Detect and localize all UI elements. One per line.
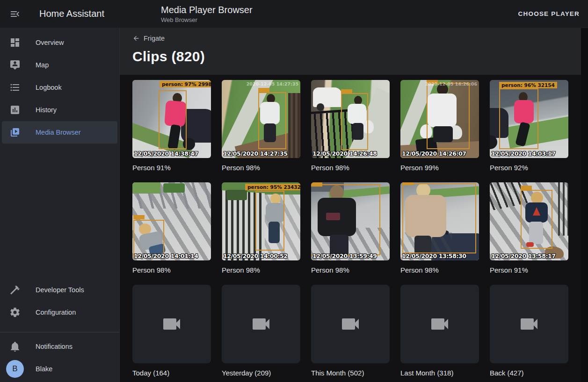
breadcrumb-label: Frigate [144,35,165,42]
clip-thumbnail: 12/05/2020 13:59:49 [311,182,390,260]
video-camera-icon [160,313,183,335]
media-folder-card[interactable]: Today (164) [132,285,211,377]
clip-thumbnail: 12/05/2020 13:58:17 [490,182,568,260]
detection-bounding-box [402,183,476,253]
sidebar-item-media-browser[interactable]: Media Browser [2,121,117,144]
detection-label [521,186,532,190]
clip-thumbnail: 12/05/2020 14:26:48 [311,80,390,158]
scene-prop [558,182,568,236]
clip-caption: Person 98% [311,164,390,172]
folder-thumbnail [311,285,390,363]
sidebar-item-map[interactable]: Map [2,54,117,76]
detection-label [258,88,269,92]
clip-caption: Person 99% [400,164,479,172]
list-bulleted-icon [9,82,21,93]
detection-label: person: 95% 23432 [245,184,300,190]
clip-timestamp-overlay: 12/05/2020 14:00:52 [223,252,288,259]
hammer-icon [9,284,21,296]
clip-thumbnail: person: 95% 23432 12/05/2020 14:00:52 [222,182,300,260]
clip-caption: Person 98% [132,266,211,274]
folder-thumbnail [490,285,568,363]
sidebar-item-profile[interactable]: B Blake [2,358,117,380]
media-folder-card[interactable]: This Month (502) [311,285,390,377]
choose-player-button[interactable]: CHOOSE PLAYER [512,6,586,22]
media-clip-card[interactable]: 12/05/2020 13:59:49 Person 98% [311,182,390,274]
sidebar: Overview Map Logbook History Media Brows… [0,28,120,382]
detection-label [402,182,414,185]
camera-osd-timestamp: 2020-12-05 14:27:35 [247,81,298,86]
sidebar-item-logbook[interactable]: Logbook [2,76,117,99]
scene-prop [288,93,300,158]
clip-timestamp-overlay: 12/05/2020 14:26:48 [312,150,377,157]
clip-caption: Person 98% [222,164,300,172]
sidebar-item-configuration[interactable]: Configuration [2,301,117,324]
detection-label [341,89,352,94]
detection-label [133,215,145,219]
clip-caption: Person 98% [222,266,300,274]
clip-thumbnail: person: 97% 29988 12/05/2020 14:38:47 [132,80,211,158]
clip-caption: Person 91% [490,266,568,274]
folder-thumbnail [222,285,300,363]
video-camera-icon [518,313,540,335]
arrow-left-icon [132,35,140,42]
scene-prop [132,182,160,194]
clip-timestamp-overlay: 12/05/2020 13:58:30 [402,252,466,259]
detection-bounding-box [255,191,284,251]
detection-bounding-box [159,90,187,149]
clip-thumbnail: 12/05/2020 13:58:30 [400,182,479,260]
folder-caption: This Month (502) [311,369,390,377]
top-app-bar: Home Assistant Media Player Browser Web … [0,0,588,28]
detection-bounding-box [499,88,538,149]
media-clip-card[interactable]: 12/05/2020 14:26:48 Person 98% [311,80,390,172]
media-clip-card[interactable]: person: 97% 29988 12/05/2020 14:38:47 Pe… [132,80,211,172]
detection-label: person: 97% 29988 [160,81,211,87]
tooltip-account-icon [9,59,21,71]
sidebar-item-developer-tools[interactable]: Developer Tools [2,279,117,301]
media-clip-card[interactable]: 12/05/2020 13:58:17 Person 91% [490,182,568,274]
breadcrumb-back[interactable]: Frigate [132,35,165,42]
folder-thumbnail [400,285,479,363]
sidebar-item-history[interactable]: History [2,99,117,121]
media-clip-card[interactable]: person: 96% 32154 12/05/2020 14:03:17 Pe… [490,80,568,172]
media-clip-card[interactable]: 2020-12-05 14:26:06 12/05/2020 14:26:07 … [400,80,479,172]
scrollbar-track[interactable] [581,28,588,382]
detection-bounding-box [521,190,552,249]
sidebar-item-notifications[interactable]: Notifications [2,335,117,358]
scene-prop [313,87,342,107]
video-camera-icon [339,313,362,335]
folder-caption: Today (164) [132,369,211,377]
media-clip-card[interactable]: 2020-12-05 14:27:35 12/05/2020 14:27:35 … [222,80,300,172]
detection-label [311,182,322,187]
media-folder-card[interactable]: Back (427) [490,285,568,377]
sidebar-item-overview[interactable]: Overview [2,31,117,54]
clip-timestamp-overlay: 12/05/2020 13:59:49 [312,252,377,259]
clip-thumbnail: person: 96% 32154 12/05/2020 14:03:17 [490,80,568,158]
app-title: Home Assistant [39,8,119,19]
folder-thumbnail [132,285,211,363]
video-camera-icon [428,313,451,335]
page-title: Clips (820) [132,49,581,65]
media-folder-card[interactable]: Last Month (318) [400,285,479,377]
media-clip-card[interactable]: 12/05/2020 14:01:14 Person 98% [132,182,211,274]
media-folder-card[interactable]: Yesterday (209) [222,285,300,377]
clip-caption: Person 98% [311,266,390,274]
folder-caption: Last Month (318) [400,369,479,377]
chart-box-icon [9,104,21,115]
clip-timestamp-overlay: 12/05/2020 14:26:07 [402,150,466,157]
folder-caption: Yesterday (209) [222,369,300,377]
media-clip-card[interactable]: person: 95% 23432 12/05/2020 14:00:52 Pe… [222,182,300,274]
detection-bounding-box [311,184,380,255]
clip-timestamp-overlay: 12/05/2020 14:38:47 [134,150,198,157]
media-clip-card[interactable]: 12/05/2020 13:58:30 Person 98% [400,182,479,274]
scene-prop [163,183,185,193]
bell-icon [9,341,21,352]
page-header-title: Media Player Browser [161,4,253,15]
detection-bounding-box [427,83,470,149]
clip-thumbnail: 12/05/2020 14:01:14 [132,182,211,260]
sidebar-toggle-button[interactable] [5,4,25,24]
clips-grid: person: 97% 29988 12/05/2020 14:38:47 Pe… [120,75,588,377]
clip-timestamp-overlay: 12/05/2020 14:27:35 [223,150,288,157]
folder-caption: Back (427) [490,369,568,377]
clip-caption: Person 98% [400,266,479,274]
scene-prop [226,190,247,200]
